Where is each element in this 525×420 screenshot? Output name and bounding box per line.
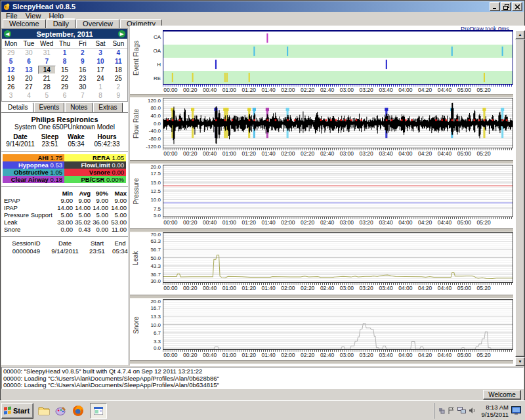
tab-daily[interactable]: Daily: [47, 19, 75, 29]
details-tab-extras[interactable]: Extras: [93, 102, 122, 112]
calendar-day[interactable]: 31: [38, 49, 56, 57]
separator: [1, 151, 128, 152]
show-desktop-icon[interactable]: [511, 406, 521, 415]
calendar-day[interactable]: 4: [110, 49, 127, 57]
session-value[interactable]: 00000049: [8, 247, 45, 255]
calendar-day[interactable]: 26: [2, 83, 20, 91]
session-value[interactable]: 05:34: [109, 247, 131, 255]
chart-splitter[interactable]: [130, 360, 513, 364]
calendar-day[interactable]: 9: [110, 91, 127, 100]
calendar-day[interactable]: 21: [38, 74, 56, 83]
calendar-day[interactable]: 29: [2, 49, 20, 57]
calendar-day[interactable]: 13: [20, 66, 37, 74]
chart-plot[interactable]: [163, 165, 513, 217]
session-value[interactable]: 23:51: [85, 247, 109, 255]
calendar-day-name: Mon: [2, 39, 20, 49]
minimize-button[interactable]: [490, 2, 500, 11]
calendar-day[interactable]: 17: [91, 66, 109, 74]
calendar-day[interactable]: 14: [38, 66, 56, 74]
x-tick-label: 03:40: [379, 285, 392, 291]
calendar-day[interactable]: 4: [20, 91, 37, 100]
x-tick-label: 04:20: [418, 219, 432, 226]
calendar-prev-button[interactable]: ◀: [4, 30, 11, 37]
calendar-day[interactable]: 10: [91, 57, 109, 66]
details-tab-notes[interactable]: Notes: [65, 102, 93, 112]
chart-splitter[interactable]: [130, 228, 513, 232]
chart-x-axis: 00:0000:2000:4001:0001:2001:4002:0002:20…: [163, 148, 513, 157]
scroll-up-button[interactable]: ▲: [515, 30, 525, 39]
stats-value: 9.00: [73, 197, 91, 204]
calendar-day[interactable]: 12: [2, 66, 20, 74]
day-summary-table: DateSleepWakeHours9/14/201123:5105:3405:…: [4, 133, 128, 148]
calendar-day[interactable]: 22: [56, 74, 74, 83]
calendar-day[interactable]: 6: [56, 91, 74, 100]
x-tick-label: 02:00: [281, 285, 295, 291]
calendar-day[interactable]: 23: [74, 74, 91, 83]
calendar-next-button[interactable]: ▶: [118, 30, 125, 37]
session-header: SessionID: [8, 240, 45, 247]
chart-plot[interactable]: [163, 299, 513, 350]
chart-splitter[interactable]: [130, 295, 513, 299]
calendar-day[interactable]: 16: [74, 66, 91, 74]
details-tab-events[interactable]: Events: [34, 102, 65, 112]
tab-overview[interactable]: Overview: [76, 19, 119, 28]
session-header: Date: [45, 240, 85, 247]
charts-scrollbar[interactable]: ▲ ▼: [515, 30, 525, 366]
x-tick-label: 00:20: [183, 352, 197, 358]
explorer-icon[interactable]: [37, 404, 51, 417]
welcome-button[interactable]: Welcome: [483, 390, 521, 400]
calendar-day[interactable]: 20: [20, 74, 37, 83]
close-button[interactable]: [512, 2, 522, 11]
x-tick-label: 01:00: [222, 219, 236, 226]
calendar-day[interactable]: 11: [110, 57, 127, 66]
calendar-day[interactable]: 19: [2, 74, 20, 83]
calendar-day[interactable]: 8: [56, 57, 74, 66]
firefox-icon[interactable]: [72, 404, 85, 417]
title-bar[interactable]: SleepyHead v0.8.5: [1, 1, 524, 12]
calendar-day[interactable]: 1: [91, 83, 109, 91]
calendar-day[interactable]: 1: [56, 49, 74, 57]
session-value[interactable]: 9/14/2011: [45, 247, 85, 255]
calendar-day[interactable]: 18: [110, 66, 127, 74]
start-button[interactable]: Start: [1, 403, 33, 419]
details-tab-details[interactable]: Details: [3, 102, 33, 112]
tray-app-icon[interactable]: [438, 408, 445, 414]
scroll-down-button[interactable]: ▼: [515, 357, 525, 366]
chart-splitter[interactable]: [130, 160, 513, 164]
calendar-day[interactable]: 30: [20, 49, 37, 57]
calendar-day[interactable]: 2: [110, 83, 127, 91]
tab-welcome[interactable]: Welcome: [3, 19, 46, 28]
tray-flag-icon[interactable]: [448, 407, 455, 415]
log-panel[interactable]: 00000: "SleepyHead v0.8.5" built with Qt…: [1, 367, 524, 389]
calendar-day[interactable]: 8: [91, 91, 109, 100]
scroll-thumb[interactable]: [515, 39, 525, 357]
calendar-day[interactable]: 5: [2, 57, 20, 66]
y-tick-label: 16.7: [150, 304, 161, 310]
restore-button[interactable]: [501, 2, 511, 11]
chart-plot[interactable]: [163, 98, 513, 148]
calendar-day[interactable]: 7: [38, 57, 56, 66]
sleepyhead-task-button[interactable]: [90, 403, 107, 419]
start-label: Start: [13, 407, 30, 415]
calendar-day[interactable]: 28: [38, 83, 56, 91]
calendar-day[interactable]: 3: [2, 91, 20, 100]
calendar-day[interactable]: 24: [91, 74, 109, 83]
calendar-day[interactable]: 9: [74, 57, 91, 66]
chart-plot[interactable]: [163, 232, 513, 283]
chart-plot[interactable]: [163, 30, 513, 85]
tray-network-icon[interactable]: [457, 407, 466, 414]
calendar-day[interactable]: 30: [74, 83, 91, 91]
calendar-day[interactable]: 2: [74, 49, 91, 57]
tray-volume-icon[interactable]: [469, 407, 476, 414]
calendar-day[interactable]: 3: [91, 49, 109, 57]
chart-splitter[interactable]: [130, 94, 513, 98]
calendar-day[interactable]: 6: [20, 57, 37, 66]
calendar-day[interactable]: 25: [110, 74, 127, 83]
tray-clock[interactable]: 8:13 AM 9/15/2011: [481, 404, 509, 418]
paint-icon[interactable]: [54, 404, 68, 417]
calendar-day[interactable]: 7: [74, 91, 91, 100]
calendar-day[interactable]: 15: [56, 66, 74, 74]
calendar-day[interactable]: 5: [38, 91, 56, 100]
calendar-day[interactable]: 27: [20, 83, 37, 91]
calendar-day[interactable]: 29: [56, 83, 74, 91]
